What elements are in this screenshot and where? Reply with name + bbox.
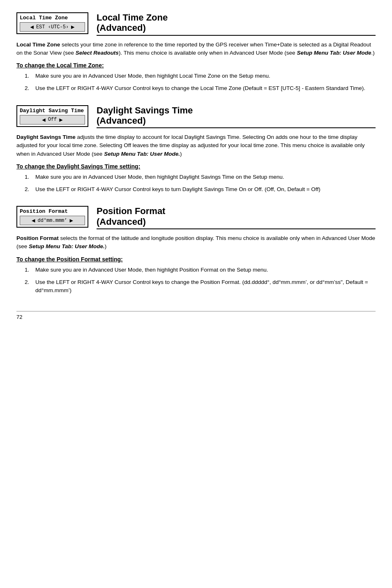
daylight-savings-time-subheading: To change the Daylight Savings Time sett… <box>16 163 376 170</box>
daylight-savings-time-instructions: 1. Make sure you are in Advanced User Mo… <box>25 173 376 194</box>
list-item: 2. Use the LEFT or RIGHT 4-WAY Cursor Co… <box>25 185 376 194</box>
local-time-zone-left-arrow[interactable]: ◀ <box>30 23 33 30</box>
local-time-zone-right-arrow[interactable]: ▶ <box>71 23 74 30</box>
daylight-savings-time-header: Daylight Saving Time ◀ Off ▶ Daylight Sa… <box>16 105 376 129</box>
daylight-savings-time-value: Off <box>48 117 57 122</box>
position-format-header: Position Format ◀ dd°mm.mmm’ ▶ Position … <box>16 206 376 229</box>
daylight-savings-time-right-arrow[interactable]: ▶ <box>59 116 62 123</box>
daylight-savings-time-left-arrow[interactable]: ◀ <box>42 116 45 123</box>
daylight-savings-time-section: Daylight Saving Time ◀ Off ▶ Daylight Sa… <box>16 105 376 194</box>
local-time-zone-subheading: To change the Local Time Zone: <box>16 62 376 69</box>
local-time-zone-title-block: Local Time Zone (Advanced) <box>97 12 376 36</box>
daylight-savings-time-widget: Daylight Saving Time ◀ Off ▶ <box>16 105 88 127</box>
position-format-section: Position Format ◀ dd°mm.mmm’ ▶ Position … <box>16 206 376 295</box>
local-time-zone-title: Local Time Zone (Advanced) <box>97 12 376 33</box>
list-item: 2. Use the LEFT or RIGHT 4-WAY Cursor Co… <box>25 84 376 92</box>
local-time-zone-value: EST ‹UTC-5› <box>36 24 69 30</box>
position-format-title-block: Position Format (Advanced) <box>97 206 376 229</box>
position-format-subheading: To change the Position Format setting: <box>16 256 376 263</box>
local-time-zone-widget-label: Local Time Zone <box>20 15 85 21</box>
daylight-savings-time-title: Daylight Savings Time (Advanced) <box>97 105 376 126</box>
daylight-savings-time-widget-label: Daylight Saving Time <box>20 108 85 114</box>
position-format-title: Position Format (Advanced) <box>97 206 376 227</box>
list-item: 1. Make sure you are in Advanced User Mo… <box>25 72 376 80</box>
local-time-zone-body: Local Time Zone selects your time zone i… <box>16 41 376 58</box>
local-time-zone-section: Local Time Zone ◀ EST ‹UTC-5› ▶ Local Ti… <box>16 12 376 93</box>
list-item: 1. Make sure you are in Advanced User Mo… <box>25 173 376 181</box>
daylight-savings-time-widget-control[interactable]: ◀ Off ▶ <box>20 115 85 125</box>
list-item: 1. Make sure you are in Advanced User Mo… <box>25 266 376 274</box>
position-format-widget-label: Position Format <box>20 208 85 214</box>
position-format-instructions: 1. Make sure you are in Advanced User Mo… <box>25 266 376 295</box>
page-footer: 72 <box>16 311 376 320</box>
local-time-zone-widget: Local Time Zone ◀ EST ‹UTC-5› ▶ <box>16 12 88 34</box>
position-format-value: dd°mm.mmm’ <box>37 218 67 224</box>
page-container: Local Time Zone ◀ EST ‹UTC-5› ▶ Local Ti… <box>16 12 376 320</box>
position-format-widget: Position Format ◀ dd°mm.mmm’ ▶ <box>16 206 88 228</box>
position-format-widget-control[interactable]: ◀ dd°mm.mmm’ ▶ <box>20 216 85 225</box>
position-format-left-arrow[interactable]: ◀ <box>32 217 35 224</box>
local-time-zone-instructions: 1. Make sure you are in Advanced User Mo… <box>25 72 376 93</box>
list-item: 2. Use the LEFT or RIGHT 4-WAY Cursor Co… <box>25 278 376 295</box>
daylight-savings-time-body: Daylight Savings Time adjusts the time d… <box>16 133 376 158</box>
local-time-zone-header: Local Time Zone ◀ EST ‹UTC-5› ▶ Local Ti… <box>16 12 376 36</box>
daylight-savings-time-title-block: Daylight Savings Time (Advanced) <box>97 105 376 129</box>
position-format-body: Position Format selects the format of th… <box>16 234 376 251</box>
local-time-zone-widget-control[interactable]: ◀ EST ‹UTC-5› ▶ <box>20 22 85 32</box>
position-format-right-arrow[interactable]: ▶ <box>70 217 73 224</box>
page-number: 72 <box>16 314 22 320</box>
